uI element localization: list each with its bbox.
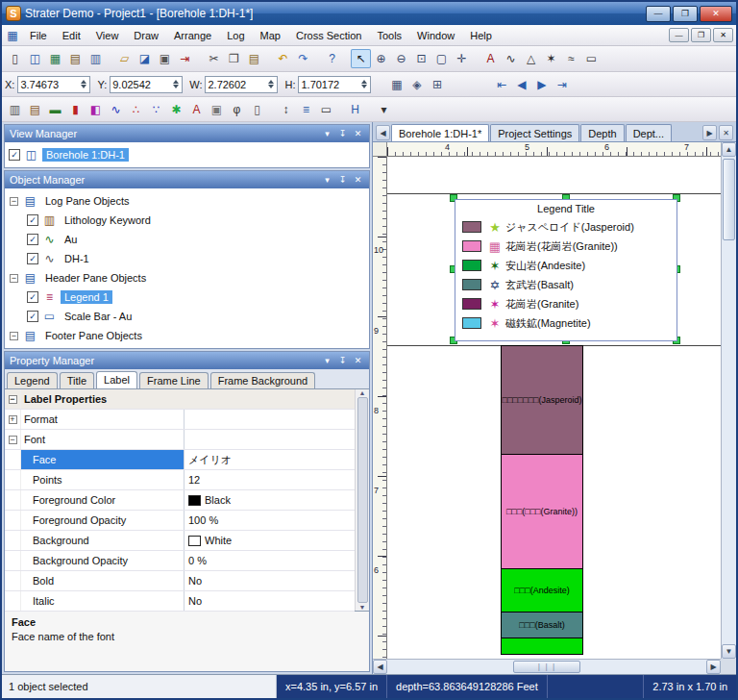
- property-value[interactable]: No: [184, 591, 355, 611]
- graphic-log-tool-button[interactable]: ▣: [207, 100, 227, 119]
- zone-bar-log-tool-button[interactable]: ▬: [45, 100, 65, 119]
- menu-view[interactable]: View: [88, 27, 127, 44]
- menu-cross-section[interactable]: Cross Section: [288, 27, 369, 44]
- property-value[interactable]: メイリオ: [184, 450, 355, 469]
- property-value[interactable]: 12: [184, 470, 355, 489]
- tree-checkbox[interactable]: [27, 253, 38, 264]
- panel-pin-icon[interactable]: ↧: [336, 174, 349, 187]
- tree-item-dh-1[interactable]: ∿ DH-1: [5, 249, 369, 268]
- tree-item-header-pane-objects[interactable]: − ▤ Header Pane Objects: [5, 268, 369, 288]
- spin-up-icon[interactable]: [81, 80, 86, 84]
- height-field[interactable]: H: 1.70172: [284, 76, 371, 93]
- prop-row-foreground-opacity[interactable]: Foreground Opacity 100 %: [5, 511, 355, 531]
- menu-file[interactable]: File: [22, 27, 55, 44]
- tab-close-icon[interactable]: ✕: [719, 125, 733, 140]
- prop-row-foreground-color[interactable]: Foreground Color Black: [5, 490, 355, 511]
- toolbar-options-button[interactable]: ▾: [374, 100, 394, 119]
- spin-down-icon[interactable]: [173, 85, 179, 88]
- cut-button[interactable]: ✂: [204, 49, 224, 68]
- symbol-tool-button[interactable]: ✶: [541, 49, 561, 68]
- zoom-full-tool-button[interactable]: ▢: [431, 49, 452, 68]
- tab-legend[interactable]: Legend: [7, 372, 58, 388]
- panel-menu-icon[interactable]: ▾: [321, 355, 333, 367]
- horizontal-scrollbar[interactable]: ◀ ❘❘❘ ▶: [373, 659, 721, 674]
- whats-this-help-button[interactable]: ?: [322, 49, 342, 68]
- legend-object[interactable]: Legend Title ★ ジャスペロイド(Jasperoid) ▦ 花崗岩(…: [455, 199, 677, 341]
- scrollbar-thumb[interactable]: [723, 159, 735, 240]
- tree-expander[interactable]: −: [10, 197, 18, 206]
- classed-post-log-tool-button[interactable]: ✱: [166, 100, 186, 119]
- polyline-tool-button[interactable]: ∿: [501, 49, 521, 68]
- zoom-in-tool-button[interactable]: ⊕: [371, 49, 391, 68]
- scroll-down-icon[interactable]: ▼: [722, 644, 736, 659]
- x-coordinate-field[interactable]: X: 3.74673: [5, 76, 90, 93]
- view-checkbox[interactable]: [9, 149, 20, 161]
- nav-first-button[interactable]: ⇤: [491, 75, 511, 94]
- spin-down-icon[interactable]: [361, 85, 367, 88]
- spin-up-icon[interactable]: [268, 80, 274, 84]
- panel-pin-icon[interactable]: ↧: [336, 355, 349, 367]
- view-manager-header[interactable]: View Manager ▾ ↧ ✕: [5, 125, 369, 142]
- tree-item-scale-bar-au[interactable]: ▭ Scale Bar - Au: [5, 307, 369, 326]
- spline-tool-button[interactable]: ≈: [561, 49, 581, 68]
- tree-expander[interactable]: −: [10, 332, 18, 340]
- show-grid-button[interactable]: ⊞: [427, 75, 447, 94]
- property-value[interactable]: No: [184, 571, 355, 590]
- scroll-left-icon[interactable]: ◀: [373, 660, 387, 674]
- scrollbar-thumb[interactable]: ❘❘❘: [513, 661, 580, 673]
- maximize-button[interactable]: ❐: [673, 6, 698, 22]
- minimize-button[interactable]: —: [646, 6, 671, 22]
- polygon-tool-button[interactable]: △: [521, 49, 541, 68]
- log-section-jasperoid[interactable]: □□□□□□□(Jasperoid): [501, 345, 583, 455]
- y-coordinate-field[interactable]: Y: 9.02542: [97, 76, 183, 93]
- tab-frame-background[interactable]: Frame Background: [210, 372, 316, 388]
- prop-row-label-properties[interactable]: − Label Properties: [5, 389, 355, 410]
- tree-item-lithology-keyword[interactable]: ▥ Lithology Keyword: [5, 211, 369, 230]
- panel-menu-icon[interactable]: ▾: [321, 128, 333, 140]
- undo-button[interactable]: ↶: [273, 49, 293, 68]
- property-value[interactable]: White: [184, 531, 355, 550]
- menu-help[interactable]: Help: [462, 27, 500, 44]
- zoom-window-tool-button[interactable]: ⊡: [411, 49, 431, 68]
- prop-row-background-opacity[interactable]: Background Opacity 0 %: [5, 551, 355, 571]
- doc-tab-dept-truncated[interactable]: Dept...: [626, 124, 672, 141]
- tab-frame-line[interactable]: Frame Line: [139, 372, 209, 388]
- field-input[interactable]: 1.70172: [298, 76, 371, 93]
- prop-row-font[interactable]: − Font: [5, 430, 355, 450]
- log-section-basalt[interactable]: □□□(Basalt): [501, 612, 583, 638]
- menu-draw[interactable]: Draw: [126, 27, 166, 44]
- tree-checkbox[interactable]: [27, 234, 38, 245]
- page[interactable]: Legend Title ★ ジャスペロイド(Jasperoid) ▦ 花崗岩(…: [387, 157, 721, 659]
- panel-close-icon[interactable]: ✕: [352, 174, 364, 187]
- tree-item-log-pane-objects[interactable]: − ▤ Log Pane Objects: [5, 191, 369, 211]
- title-bar[interactable]: S Strater Demo - Project1 - [Borehole 1:…: [2, 2, 736, 25]
- property-value[interactable]: [184, 430, 355, 449]
- copy-button[interactable]: ❐: [224, 49, 244, 68]
- mdi-system-icon[interactable]: ▦: [5, 29, 20, 42]
- menu-arrange[interactable]: Arrange: [166, 27, 219, 44]
- menu-map[interactable]: Map: [253, 27, 288, 44]
- tree-item-legend-1[interactable]: ≡ Legend 1: [5, 288, 369, 307]
- spin-down-icon[interactable]: [81, 85, 86, 88]
- snap-to-object-button[interactable]: ◈: [406, 75, 427, 94]
- menu-window[interactable]: Window: [409, 27, 462, 44]
- snap-to-grid-button[interactable]: ▦: [386, 75, 406, 94]
- menu-tools[interactable]: Tools: [369, 27, 409, 44]
- tree-checkbox[interactable]: [27, 291, 38, 303]
- field-input[interactable]: 9.02542: [110, 76, 183, 93]
- lithology-log-column[interactable]: □□□□□□□(Jasperoid) □□□(□□□(Granite)) □□□…: [501, 345, 583, 655]
- text-tool-button[interactable]: A: [480, 49, 501, 68]
- prop-row-format[interactable]: + Format: [5, 410, 355, 430]
- property-manager-header[interactable]: Property Manager ▾ ↧ ✕: [5, 352, 369, 369]
- spinner[interactable]: [359, 80, 368, 88]
- line-log-tool-button[interactable]: ∿: [106, 100, 126, 119]
- post-log-tool-button[interactable]: ∵: [146, 100, 166, 119]
- new-cross-section-view-button[interactable]: ▤: [65, 49, 86, 68]
- property-expander[interactable]: +: [9, 415, 17, 424]
- tab-scroll-left-icon[interactable]: ◀: [376, 125, 390, 140]
- panel-pin-icon[interactable]: ↧: [336, 128, 349, 140]
- property-grid-scrollbar[interactable]: ▲ ▼: [355, 389, 369, 611]
- panel-close-icon[interactable]: ✕: [352, 128, 364, 140]
- new-table-button[interactable]: ▥: [86, 49, 106, 68]
- prop-row-background[interactable]: Background White: [5, 531, 355, 551]
